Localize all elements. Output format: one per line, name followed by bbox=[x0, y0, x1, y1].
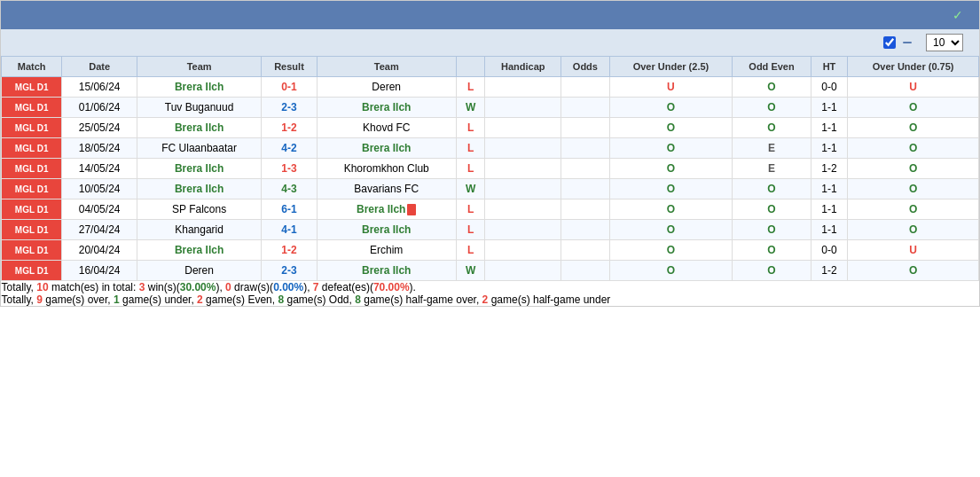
result-cell: 1-2 bbox=[262, 118, 317, 138]
ou075-cell: O bbox=[848, 138, 979, 159]
result-cell: 4-1 bbox=[262, 220, 317, 240]
ou075-cell: O bbox=[848, 179, 979, 199]
ou25-cell: O bbox=[609, 240, 733, 261]
ht-cell: 0-0 bbox=[811, 77, 848, 98]
team1-cell: Deren bbox=[137, 261, 261, 281]
result-cell: 0-1 bbox=[262, 77, 317, 98]
col-handicap: Handicap bbox=[485, 57, 561, 77]
result-cell: 2-3 bbox=[262, 261, 317, 281]
main-container: ✓ 10 5 15 20 Match Date Team Result Team… bbox=[0, 0, 980, 307]
ou25-cell: O bbox=[609, 138, 733, 159]
s2-odd: 8 bbox=[278, 293, 284, 306]
ou075-cell: O bbox=[848, 261, 979, 281]
ht-cell: 1-2 bbox=[811, 159, 848, 179]
odds-cell bbox=[561, 77, 609, 98]
table-row: MGL D115/06/24Brera Ilch0-1DerenLUO0-0U bbox=[2, 77, 979, 98]
odds-cell bbox=[561, 118, 609, 138]
defeats-pct: 70.00% bbox=[373, 281, 410, 293]
s2-even: 2 bbox=[197, 293, 203, 306]
outcome-cell: W bbox=[456, 98, 485, 118]
summary-row-1: Totally, 10 match(es) in total: 3 win(s)… bbox=[2, 281, 979, 294]
draws-count: 0 bbox=[225, 281, 231, 293]
date-cell: 15/06/24 bbox=[62, 77, 137, 98]
odds-cell bbox=[561, 199, 609, 220]
outcome-cell: L bbox=[456, 138, 485, 159]
outcome-cell: L bbox=[456, 77, 485, 98]
handicap-cell bbox=[485, 118, 561, 138]
team1-cell: Brera Ilch bbox=[137, 179, 261, 199]
date-cell: 04/05/24 bbox=[62, 199, 137, 220]
odds-cell bbox=[561, 220, 609, 240]
oe-cell: O bbox=[733, 118, 811, 138]
oe-cell: E bbox=[733, 138, 811, 159]
result-cell: 6-1 bbox=[262, 199, 317, 220]
table-row: MGL D118/05/24FC Ulaanbaatar4-2Brera Ilc… bbox=[2, 138, 979, 159]
defeats-count: 7 bbox=[313, 281, 319, 293]
date-cell: 27/04/24 bbox=[62, 220, 137, 240]
ou25-cell: O bbox=[609, 118, 733, 138]
col-date: Date bbox=[62, 57, 137, 77]
filter-row: 10 5 15 20 bbox=[1, 29, 979, 56]
oe-cell: O bbox=[733, 77, 811, 98]
team1-cell: Brera Ilch bbox=[137, 118, 261, 138]
result-cell: 4-2 bbox=[262, 138, 317, 159]
table-row: MGL D101/06/24Tuv Buganuud2-3Brera IlchW… bbox=[2, 98, 979, 118]
col-result: Result bbox=[262, 57, 317, 77]
date-cell: 10/05/24 bbox=[62, 179, 137, 199]
handicap-cell bbox=[485, 77, 561, 98]
handicap-cell bbox=[485, 159, 561, 179]
col-match: Match bbox=[2, 57, 62, 77]
team2-cell: Brera Ilch bbox=[317, 199, 456, 220]
outcome-cell: L bbox=[456, 118, 485, 138]
date-cell: 20/04/24 bbox=[62, 240, 137, 261]
col-odds: Odds bbox=[561, 57, 609, 77]
display-notes-check: ✓ bbox=[953, 8, 963, 22]
ht-cell: 1-1 bbox=[811, 118, 848, 138]
scores-table: Match Date Team Result Team Handicap Odd… bbox=[1, 56, 979, 306]
date-cell: 18/05/24 bbox=[62, 138, 137, 159]
s2-hgunder: 2 bbox=[482, 293, 489, 306]
league-filter-checkbox[interactable] bbox=[883, 36, 896, 49]
oe-cell: O bbox=[733, 199, 811, 220]
ht-cell: 1-1 bbox=[811, 138, 848, 159]
table-row: MGL D125/05/24Brera Ilch1-2Khovd FCLOO1-… bbox=[2, 118, 979, 138]
ht-cell: 1-1 bbox=[811, 179, 848, 199]
team2-cell: Khovd FC bbox=[317, 118, 456, 138]
date-cell: 25/05/24 bbox=[62, 118, 137, 138]
team2-cell: Brera Ilch bbox=[317, 261, 456, 281]
ou075-cell: U bbox=[848, 240, 979, 261]
outcome-cell: W bbox=[456, 261, 485, 281]
s2-under: 1 bbox=[114, 293, 120, 306]
oe-cell: E bbox=[733, 159, 811, 179]
games-select[interactable]: 10 5 15 20 bbox=[926, 34, 963, 51]
outcome-cell: L bbox=[456, 159, 485, 179]
outcome-cell: W bbox=[456, 179, 485, 199]
date-cell: 14/05/24 bbox=[62, 159, 137, 179]
ou25-cell: O bbox=[609, 220, 733, 240]
odds-cell bbox=[561, 98, 609, 118]
date-cell: 16/04/24 bbox=[62, 261, 137, 281]
league-badge bbox=[903, 42, 912, 43]
handicap-cell bbox=[485, 240, 561, 261]
ht-cell: 1-1 bbox=[811, 220, 848, 240]
table-row: MGL D114/05/24Brera Ilch1-3Khoromkhon Cl… bbox=[2, 159, 979, 179]
team2-cell: Khoromkhon Club bbox=[317, 159, 456, 179]
col-team1: Team bbox=[137, 57, 261, 77]
league-cell: MGL D1 bbox=[2, 240, 62, 261]
col-ht: HT bbox=[811, 57, 848, 77]
outcome-cell: L bbox=[456, 199, 485, 220]
col-oe: Odd Even bbox=[733, 57, 811, 77]
team1-cell: Tuv Buganuud bbox=[137, 98, 261, 118]
team2-cell: Brera Ilch bbox=[317, 138, 456, 159]
odds-cell bbox=[561, 240, 609, 261]
summary2-text: 9 bbox=[36, 293, 43, 306]
team2-cell: Brera Ilch bbox=[317, 220, 456, 240]
outcome-cell: L bbox=[456, 240, 485, 261]
handicap-cell bbox=[485, 179, 561, 199]
odds-cell bbox=[561, 261, 609, 281]
header-right: ✓ bbox=[953, 8, 968, 22]
ou075-cell: O bbox=[848, 98, 979, 118]
table-row: MGL D127/04/24Khangarid4-1Brera IlchLOO1… bbox=[2, 220, 979, 240]
league-cell: MGL D1 bbox=[2, 159, 62, 179]
team2-cell: Brera Ilch bbox=[317, 98, 456, 118]
